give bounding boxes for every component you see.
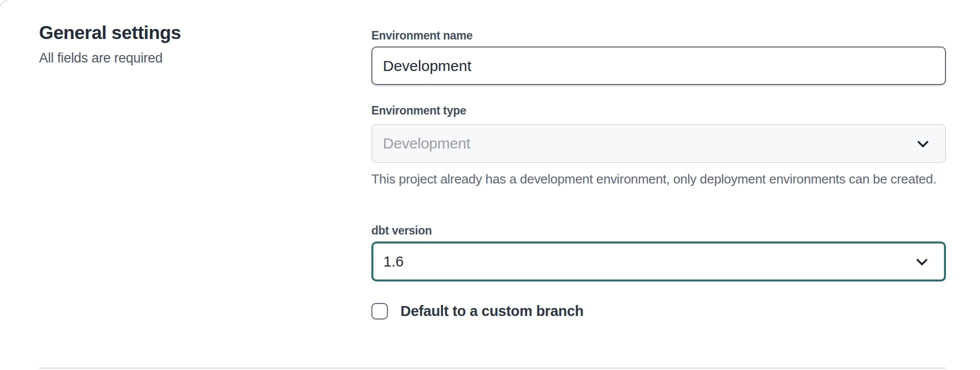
page-title: General settings [39, 24, 339, 43]
settings-header: General settings All fields are required [39, 24, 339, 66]
environment-type-select[interactable]: Development [371, 124, 946, 163]
environment-name-label: Environment name [371, 28, 472, 42]
general-settings-page: General settings All fields are required… [0, 0, 980, 370]
section-divider [39, 368, 946, 369]
page-subtitle: All fields are required [39, 50, 339, 66]
custom-branch-label[interactable]: Default to a custom branch [400, 303, 584, 320]
custom-branch-checkbox[interactable] [371, 303, 388, 320]
dbt-version-label: dbt version [371, 224, 432, 238]
environment-type-value: Development [383, 135, 470, 152]
environment-type-helper-text: This project already has a development e… [371, 170, 947, 188]
environment-type-label: Environment type [371, 104, 466, 118]
chevron-down-icon [914, 134, 932, 152]
custom-branch-row: Default to a custom branch [371, 303, 584, 320]
card-corner-decoration [0, 0, 8, 7]
dbt-version-value: 1.6 [383, 254, 403, 270]
environment-name-input[interactable] [371, 46, 946, 85]
dbt-version-select[interactable]: 1.6 [371, 242, 946, 282]
chevron-down-icon [913, 252, 931, 270]
